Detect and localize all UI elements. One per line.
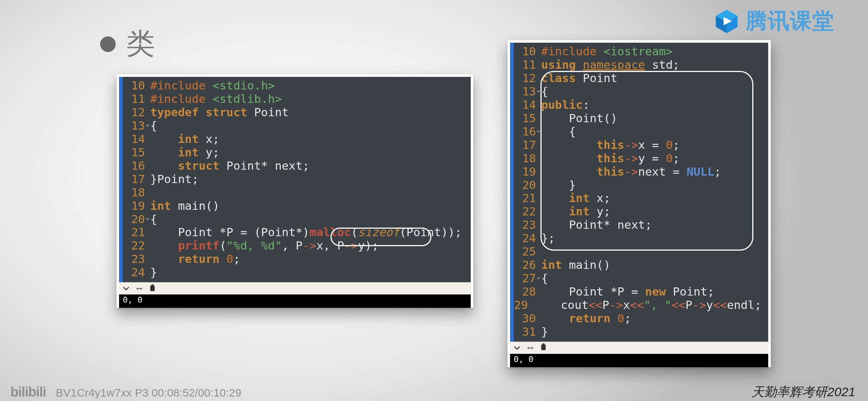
expand-icon[interactable]: ⤢ (525, 343, 535, 353)
code-row: 12typedef struct Point (119, 106, 471, 119)
code-content: Point* next; (541, 218, 768, 232)
code-content: } (150, 266, 471, 279)
code-row: 23 return 0; (119, 252, 471, 266)
editor-toolbar-cpp: ⤢ (510, 342, 768, 354)
code-content: return 0; (541, 312, 768, 325)
chevron-down-icon[interactable] (514, 344, 520, 352)
code-row: 19int main() (119, 199, 471, 213)
svg-rect-5 (151, 284, 154, 286)
line-number: 25 (510, 245, 541, 258)
line-number: 22 (119, 239, 150, 252)
code-row: 22 printf("%d, %d", P->x, P->y); (119, 239, 471, 252)
code-content: int x; (150, 133, 471, 146)
code-row: 22 int y; (510, 205, 768, 218)
code-row: 21 int x; (510, 192, 768, 205)
footer-left: bilibili BV1Cr4y1w7xx P3 00:08:52/00:10:… (10, 384, 241, 400)
line-number: 12 (119, 106, 150, 119)
code-row: 16 { (510, 125, 768, 138)
code-content: cout<<P->x<<", "<<P->y<<endl; (533, 299, 768, 312)
code-row: 31} (510, 325, 768, 339)
code-row: 17 this->x = 0; (510, 138, 768, 152)
line-number: 15 (119, 146, 150, 159)
video-id-text: BV1Cr4y1w7xx P3 00:08:52/00:10:29 (56, 387, 241, 399)
code-row: 14 int x; (119, 133, 471, 146)
code-content: } (541, 179, 768, 192)
code-row: 24} (119, 266, 471, 279)
line-number: 20 (510, 179, 541, 192)
line-number: 16 (119, 159, 150, 173)
code-content: public: (541, 98, 768, 112)
clipboard-icon[interactable] (149, 284, 156, 293)
line-number: 18 (510, 152, 541, 165)
code-row: 28 Point *P = new Point; (510, 285, 768, 299)
code-content: int y; (150, 146, 471, 159)
code-card-c: 10#include <stdio.h>11#include <stdlib.h… (116, 74, 473, 308)
line-number: 21 (119, 226, 150, 239)
line-number: 14 (510, 98, 541, 112)
brand-cube-icon (714, 8, 740, 34)
line-number: 15 (510, 112, 541, 125)
expand-icon[interactable]: ⤢ (134, 284, 144, 293)
code-row: 26int main() (510, 258, 768, 272)
code-content: Point() (541, 112, 768, 125)
code-row: 18 (119, 186, 471, 199)
code-content: { (150, 119, 471, 133)
line-number: 17 (510, 138, 541, 152)
code-row: 13{ (119, 119, 471, 133)
brand-name: 腾讯课堂 (746, 7, 835, 36)
code-content: return 0; (150, 252, 471, 266)
line-number: 20 (119, 213, 150, 226)
line-number: 13 (119, 119, 150, 133)
editor-statusbar-c: 0, 0 (119, 294, 471, 308)
code-card-cpp: 10#include <iostream>11using namespace s… (507, 40, 771, 367)
svg-rect-6 (541, 345, 546, 350)
chevron-down-icon[interactable] (123, 285, 129, 292)
code-row: 11#include <stdlib.h> (119, 92, 471, 106)
code-content: this->y = 0; (541, 152, 768, 165)
line-number: 26 (510, 258, 541, 272)
line-number: 10 (510, 45, 541, 58)
line-number: 19 (119, 199, 150, 213)
code-content: { (150, 213, 471, 226)
code-editor-c: 10#include <stdio.h>11#include <stdlib.h… (119, 77, 471, 282)
slide-title: 类 (100, 25, 155, 63)
code-content: this->next = NULL; (541, 165, 768, 179)
line-number: 22 (510, 205, 541, 218)
code-editor-cpp: 10#include <iostream>11using namespace s… (510, 43, 768, 342)
svg-rect-7 (542, 343, 545, 345)
editor-statusbar-cpp: 0, 0 (510, 354, 768, 367)
code-content: { (541, 85, 768, 98)
footer: bilibili BV1Cr4y1w7xx P3 00:08:52/00:10:… (0, 383, 868, 401)
code-content: typedef struct Point (150, 106, 471, 119)
svg-rect-4 (150, 286, 155, 291)
code-row: 20{ (119, 213, 471, 226)
code-row: 14public: (510, 98, 768, 112)
line-number: 12 (510, 72, 541, 85)
bilibili-logo: bilibili (10, 384, 46, 400)
clipboard-icon[interactable] (540, 343, 547, 352)
code-content (150, 186, 471, 199)
code-row: 15 int y; (119, 146, 471, 159)
line-number: 17 (119, 173, 150, 186)
line-number: 23 (119, 252, 150, 266)
code-row: 29 cout<<P->x<<", "<<P->y<<endl; (510, 299, 768, 312)
code-content: { (541, 272, 768, 285)
code-content: } (541, 325, 768, 339)
code-content: printf("%d, %d", P->x, P->y); (150, 239, 471, 252)
code-content: Point *P = new Point; (541, 285, 768, 299)
code-content: int x; (541, 192, 768, 205)
line-number: 10 (119, 79, 150, 92)
code-content (541, 245, 768, 258)
code-row: 23 Point* next; (510, 218, 768, 232)
line-number: 14 (119, 133, 150, 146)
code-content: #include <stdio.h> (150, 79, 471, 92)
code-content: this->x = 0; (541, 138, 768, 152)
code-content: int main() (150, 199, 471, 213)
line-number: 23 (510, 218, 541, 232)
line-number: 21 (510, 192, 541, 205)
code-row: 13{ (510, 85, 768, 98)
code-content: struct Point* next; (150, 159, 471, 173)
brand-logo: 腾讯课堂 (714, 7, 835, 36)
code-content: #include <iostream> (541, 45, 768, 58)
code-row: 17}Point; (119, 173, 471, 186)
